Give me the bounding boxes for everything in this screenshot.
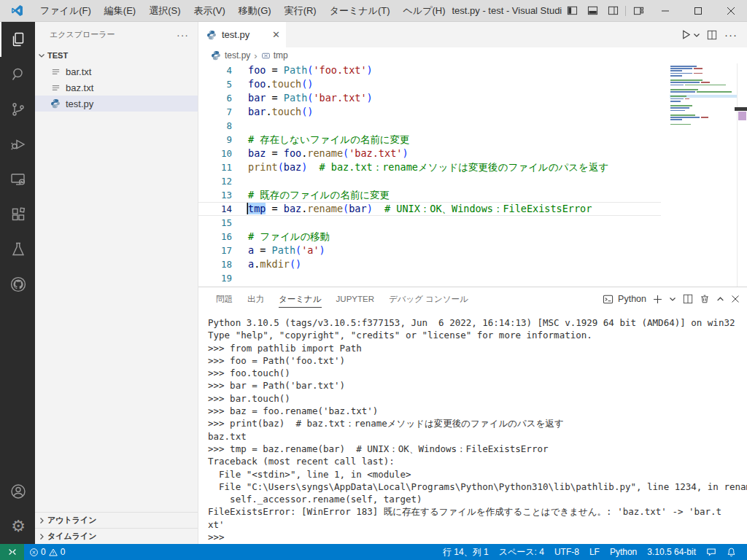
sidebar-section-アウトライン[interactable]: アウトライン	[35, 512, 198, 528]
title-bar: ファイル(F)編集(E)選択(S)表示(V)移動(G)実行(R)ターミナル(T)…	[0, 0, 747, 22]
menu-item[interactable]: 実行(R)	[278, 0, 323, 21]
status-item[interactable]: LF	[584, 544, 605, 560]
line-number[interactable]: 17	[198, 244, 232, 257]
github-icon[interactable]	[0, 267, 35, 302]
sidebar-section-タイムライン[interactable]: タイムライン	[35, 528, 198, 544]
code-line[interactable]: 7bar.touch()	[198, 105, 747, 119]
line-number[interactable]: 5	[198, 77, 232, 91]
menu-item[interactable]: 移動(G)	[232, 0, 278, 21]
line-number[interactable]: 6	[198, 91, 232, 105]
line-number[interactable]: 12	[198, 174, 232, 188]
line-number[interactable]: 14	[198, 202, 232, 216]
run-dropdown-chevron-icon[interactable]	[692, 22, 702, 47]
line-number[interactable]: 11	[198, 160, 232, 174]
line-number[interactable]: 7	[198, 105, 232, 119]
code-line[interactable]: 19	[198, 271, 747, 285]
panel-tab[interactable]: 出力	[240, 287, 271, 311]
remote-explorer-icon[interactable]	[0, 162, 35, 197]
toggle-secondary-sidebar-icon[interactable]	[603, 0, 623, 21]
code-editor[interactable]: 4foo = Path('foo.txt')5foo.touch()6bar =…	[198, 63, 747, 287]
file-row[interactable]: baz.txt	[35, 79, 198, 96]
tab-test-py[interactable]: test.py ✕	[198, 22, 286, 47]
status-item[interactable]: Python	[605, 544, 642, 560]
split-editor-icon[interactable]	[703, 22, 721, 47]
file-row[interactable]: test.py	[35, 96, 198, 112]
terminal-line: >>> bar.touch()	[208, 392, 747, 405]
code-line[interactable]: 9# 存在しないファイルの名前に変更	[198, 133, 747, 147]
breadcrumb-symbol[interactable]: tmp	[274, 50, 288, 61]
panel-tab[interactable]: JUPYTER	[329, 287, 382, 311]
more-actions-icon[interactable]: ···	[177, 29, 189, 41]
status-item[interactable]: 行 14、列 1	[438, 544, 494, 560]
menu-item[interactable]: ヘルプ(H)	[397, 0, 452, 21]
menu-item[interactable]: ファイル(F)	[34, 0, 98, 21]
search-icon[interactable]	[0, 57, 35, 92]
settings-gear-icon[interactable]: ⚙	[0, 509, 35, 544]
split-terminal-icon[interactable]	[683, 294, 693, 304]
code-line[interactable]: 14tmp = baz.rename(bar) # UNIX：OK、Window…	[198, 202, 747, 216]
minimize-button[interactable]	[649, 0, 681, 21]
source-control-icon[interactable]	[0, 92, 35, 127]
extensions-icon[interactable]	[0, 197, 35, 232]
menu-item[interactable]: 表示(V)	[187, 0, 232, 21]
menu-item[interactable]: 編集(E)	[98, 0, 142, 21]
maximize-button[interactable]	[681, 0, 714, 21]
breadcrumb-file[interactable]: test.py	[225, 50, 250, 61]
status-item[interactable]: UTF-8	[549, 544, 584, 560]
code-line[interactable]: 11print(baz) # baz.txt：renameメソッドは変更後のファ…	[198, 160, 747, 174]
overview-ruler-scrollbar[interactable]	[737, 63, 747, 287]
line-number[interactable]: 19	[198, 271, 232, 285]
new-terminal-icon[interactable]	[653, 295, 662, 304]
close-panel-icon[interactable]	[731, 295, 740, 303]
status-item[interactable]: 3.10.5 64-bit	[642, 544, 701, 560]
code-line[interactable]: 13# 既存のファイルの名前に変更	[198, 188, 747, 202]
run-debug-icon[interactable]	[0, 127, 35, 162]
code-line[interactable]: 10baz = foo.rename('baz.txt')	[198, 147, 747, 160]
toggle-panel-icon[interactable]	[582, 0, 603, 21]
terminal-output[interactable]: Python 3.10.5 (tags/v3.10.5:f377153, Jun…	[198, 311, 747, 544]
line-number[interactable]: 8	[198, 119, 232, 133]
code-line[interactable]: 18a.mkdir()	[198, 257, 747, 271]
line-number[interactable]: 15	[198, 216, 232, 230]
launch-profile-chevron-icon[interactable]	[669, 295, 676, 303]
customize-layout-icon[interactable]	[628, 0, 649, 21]
file-list: bar.txtbaz.txttest.py	[35, 63, 198, 112]
line-number[interactable]: 13	[198, 188, 232, 202]
feedback-icon[interactable]	[701, 544, 721, 560]
workspace-section-header[interactable]: TEST	[35, 47, 198, 63]
remote-indicator[interactable]	[0, 544, 24, 560]
line-number[interactable]: 9	[198, 133, 232, 147]
file-row[interactable]: bar.txt	[35, 63, 198, 79]
more-editor-actions-icon[interactable]: ···	[722, 22, 740, 47]
testing-beaker-icon[interactable]	[0, 232, 35, 267]
code-line[interactable]: 16# ファイルの移動	[198, 230, 747, 244]
notifications-bell-icon[interactable]	[721, 544, 741, 560]
maximize-panel-chevron-icon[interactable]	[716, 295, 724, 303]
explorer-icon[interactable]	[0, 22, 35, 57]
minimap[interactable]	[670, 66, 736, 126]
code-line[interactable]: 15	[198, 216, 747, 230]
account-icon[interactable]	[0, 474, 35, 509]
status-item[interactable]: スペース: 4	[494, 544, 549, 560]
toggle-sidebar-icon[interactable]	[562, 0, 582, 21]
problems-status[interactable]: 0 0	[24, 544, 70, 560]
code-line[interactable]: 5foo.touch()	[198, 77, 747, 91]
panel-tab[interactable]: ターミナル	[271, 287, 329, 311]
close-tab-icon[interactable]: ✕	[272, 29, 280, 40]
panel-tab[interactable]: デバッグ コンソール	[382, 287, 476, 311]
line-number[interactable]: 4	[198, 63, 232, 77]
code-line[interactable]: 8	[198, 119, 747, 133]
menu-item[interactable]: ターミナル(T)	[323, 0, 397, 21]
code-line[interactable]: 17a = Path('a')	[198, 244, 747, 257]
line-number[interactable]: 16	[198, 230, 232, 244]
code-line[interactable]: 12	[198, 174, 747, 188]
menu-item[interactable]: 選択(S)	[142, 0, 187, 21]
kill-terminal-trash-icon[interactable]	[700, 294, 710, 304]
terminal-profile-label[interactable]: Python	[618, 294, 646, 304]
line-number[interactable]: 18	[198, 257, 232, 271]
close-button[interactable]	[714, 0, 747, 21]
code-line[interactable]: 4foo = Path('foo.txt')	[198, 63, 747, 77]
line-number[interactable]: 10	[198, 147, 232, 160]
panel-tab[interactable]: 問題	[209, 287, 240, 311]
code-line[interactable]: 6bar = Path('bar.txt')	[198, 91, 747, 105]
